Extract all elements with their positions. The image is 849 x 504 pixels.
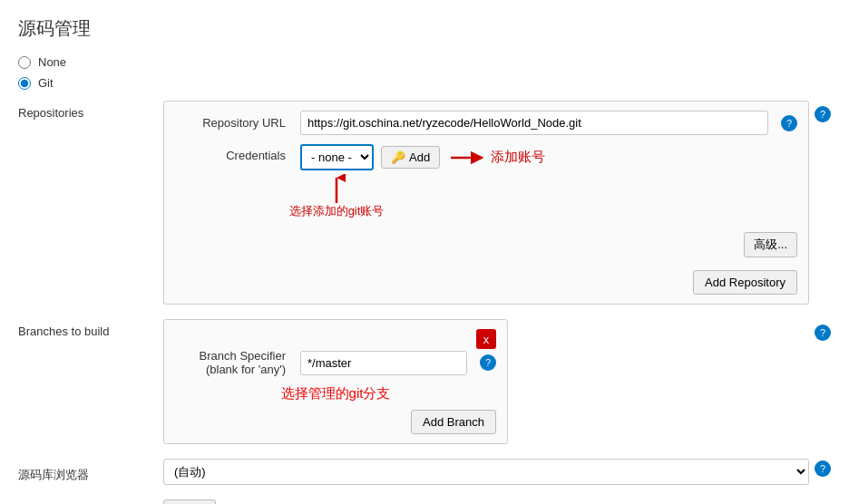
repo-url-row: Repository URL https://git.oschina.net/r…	[175, 111, 797, 135]
branch-specifier-row: Branch Specifier (blank for 'any') */mas…	[175, 349, 496, 376]
repo-url-label: Repository URL	[175, 116, 293, 130]
add-credential-label: Add	[409, 150, 430, 164]
repositories-content: Repository URL https://git.oschina.net/r…	[163, 101, 809, 305]
repositories-section: Repositories Repository URL https://git.…	[18, 101, 831, 305]
advanced-button[interactable]: 高级...	[744, 232, 797, 257]
arrow-right-icon	[451, 149, 487, 167]
remove-branch-button[interactable]: x	[476, 329, 496, 349]
annotation-add-account: 添加账号	[491, 149, 545, 166]
credentials-select[interactable]: - none -	[300, 144, 374, 170]
additional-behaviours-section: Additional Behaviours Add ▼	[18, 499, 831, 504]
credentials-label: Credentials	[175, 144, 293, 162]
browser-section-help-icon[interactable]: ?	[815, 460, 831, 477]
repo-url-input[interactable]: https://git.oschina.net/ryzecode/HelloWo…	[300, 111, 768, 135]
browser-select[interactable]: (自动)	[163, 459, 809, 485]
git-radio-group: Git	[18, 76, 831, 90]
add-branch-row: Add Branch	[175, 402, 496, 434]
add-repo-row: Add Repository	[175, 263, 797, 295]
annotation-manage-branch: 选择管理的git分支	[175, 385, 496, 402]
page-title: 源码管理	[18, 16, 831, 41]
add-credential-button[interactable]: 🔑 Add	[381, 146, 440, 169]
credentials-row: Credentials - none - 🔑 Add	[175, 144, 797, 219]
none-radio-group: None	[18, 55, 831, 69]
branch-specifier-input[interactable]: */master	[300, 351, 467, 375]
branch-specifier-label: Branch Specifier (blank for 'any')	[175, 349, 293, 376]
repositories-label: Repositories	[18, 101, 163, 120]
none-label[interactable]: None	[38, 55, 66, 69]
browser-section: 源码库浏览器 (自动) ?	[18, 459, 831, 485]
branches-section-help-icon[interactable]: ?	[815, 325, 831, 341]
none-radio[interactable]	[18, 56, 31, 69]
key-icon: 🔑	[391, 150, 405, 164]
branches-label: Branches to build	[18, 319, 163, 338]
additional-add-button[interactable]: Add ▼	[163, 499, 216, 504]
branch-specifier-help-icon[interactable]: ?	[480, 354, 496, 371]
add-repository-button[interactable]: Add Repository	[693, 270, 797, 295]
x-btn-row: x	[175, 329, 496, 349]
git-label[interactable]: Git	[38, 76, 54, 90]
git-radio[interactable]	[18, 77, 31, 90]
repositories-section-help-icon[interactable]: ?	[815, 106, 831, 122]
credentials-controls: - none - 🔑 Add	[300, 144, 545, 170]
annotation-choose-account: 选择添加的git账号	[289, 203, 385, 219]
arrow-up-icon	[327, 174, 346, 203]
repo-actions: 高级...	[175, 228, 797, 257]
add-branch-button[interactable]: Add Branch	[411, 410, 496, 434]
branches-content: x Branch Specifier (blank for 'any') */m…	[163, 319, 508, 444]
branches-section: Branches to build x Branch Specifier (bl…	[18, 319, 831, 444]
repo-url-help-icon[interactable]: ?	[781, 115, 797, 131]
browser-label: 源码库浏览器	[18, 461, 163, 483]
